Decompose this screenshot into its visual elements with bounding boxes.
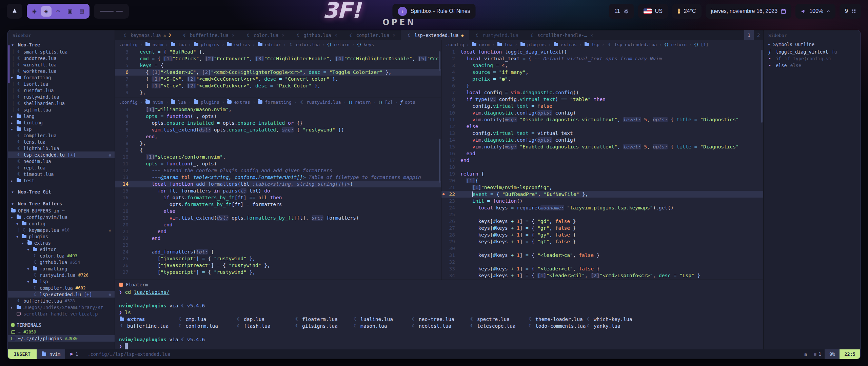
code-line[interactable]: 11 vim.notify(msg: "Disable diagnostics … [441,116,763,123]
code-line[interactable]: 7 end, [115,133,441,140]
tree-item[interactable]: ☾lightbulb.lua [8,145,115,151]
tree-item[interactable]: ☾rustywind.lua#726 [8,272,115,278]
code-line[interactable]: 7 local config = vim.diagnostic.config() [441,89,763,96]
code-line[interactable]: 22 end [115,235,441,242]
code-line[interactable]: 5 opts.ensure_installed = opts.ensure_in… [115,120,441,126]
code-line[interactable]: 6 } [441,82,763,89]
code-line[interactable]: 34 keys[#keys + 1] = { [1]"<leader>cil",… [441,272,763,279]
code-line[interactable]: 5 prefix = "●", [441,76,763,82]
tree-item[interactable]: ~#2859 [8,329,115,335]
updates-widget[interactable]: 11 [609,4,634,19]
workspace-1[interactable]: ◉ [29,6,40,17]
code-line[interactable]: 30 [441,245,763,252]
code-line[interactable]: 9 { [115,147,441,154]
code-line[interactable]: 27 ["typescript"] = { "rustywind" }, [115,269,441,276]
tree-item[interactable]: ▸Juegos/Indies/SteamLibrary/st [8,304,115,310]
code-line[interactable]: 3 [1]"williamboman/mason.nvim", [115,106,441,113]
sidebar-scrollbar[interactable] [8,45,9,83]
code-line[interactable]: 25 [441,211,763,218]
minimized-window-indicator[interactable] [94,4,129,19]
tree-item[interactable]: │☾isort.lua [8,81,115,87]
code-line[interactable]: 3 spacing = 4, [441,62,763,69]
workspace-5[interactable]: ▤ [77,6,87,17]
tree-item[interactable]: ▾lsp [8,278,115,285]
tree-item[interactable]: ▾.config/nvim/lua [8,214,115,220]
close-icon[interactable]: × [590,33,593,38]
code-line[interactable]: 17end [441,157,763,164]
tab-color-lua[interactable]: ☾color.lua× [240,30,290,40]
code-line[interactable]: 24 add_formatters(tbl: { [115,248,441,255]
code-line[interactable]: 9 }, [115,89,441,96]
volume-widget[interactable]: 100% [795,4,835,19]
code-line[interactable]: 12 --- Extend the conform plugin config … [115,167,441,174]
tree-item[interactable]: ▾formatting [8,265,115,272]
tree-item[interactable]: ☾repl.lua [8,164,115,171]
tree-item[interactable]: │☾rustfmt.lua [8,87,115,94]
file-entry[interactable]: ☾conform.lua [177,323,236,329]
file-entry[interactable]: ☾floaterm.lua [294,316,352,323]
editor-lsp-extended-lua[interactable]: .config›nvim›lua›plugins›extras›lsp›☾lsp… [441,40,763,280]
code-line[interactable]: 28 keys[#keys + 1] = { "gy", false } [441,231,763,238]
code-line[interactable]: 26 ["javascriptreact"] = { "rustywind" }… [115,262,441,269]
file-entry[interactable]: ☾yanky.lua [586,323,644,329]
code-line[interactable]: 19return { [441,170,763,177]
code-line[interactable]: 4 cmd = { [1]"CccPick", [2]"CccConvert",… [115,55,441,62]
code-line[interactable]: 6 vim.list_extend(dst: opts.ensure_insta… [115,126,441,133]
close-icon[interactable]: × [282,33,284,38]
code-line[interactable]: 27 keys[#keys + 1] = { "gr", false } [441,225,763,231]
code-line[interactable]: 18 [441,164,763,170]
code-line[interactable]: 29 keys[#keys + 1] = { "gI", false } [441,238,763,245]
workspace-4[interactable]: ▣ [65,6,75,17]
code-line[interactable]: 12 else [441,123,763,130]
code-line[interactable]: 2 local virtual_text = { -- Default virt… [441,55,763,62]
code-line[interactable]: 15 for ft, formatters in pairs(t: tbl) d… [115,187,441,194]
tree-item[interactable]: ▾lsp [8,126,115,132]
file-entry[interactable]: ☾bufferline.lua [119,323,177,329]
tabpage-1[interactable]: 1 [744,30,754,40]
tab-rustywind-lua[interactable]: ☾rustywind.lua [469,30,524,40]
code-line[interactable]: 8 if type(v: config.virtual_text) == "ta… [441,96,763,103]
file-entry[interactable]: ☾flash.lua [236,323,294,329]
tree-item[interactable]: ▾editor [8,246,115,252]
code-line[interactable]: 18 else [115,208,441,215]
tabpage-2[interactable]: 2 [754,30,763,40]
tree-item[interactable]: │☾rustywind.lua [8,94,115,100]
file-entry[interactable]: extras [119,316,177,323]
tree-item[interactable]: ▾extras [8,240,115,246]
tab-lsp-extended-lua[interactable]: ☾lsp-extended.lua● [401,30,469,40]
workspace-3[interactable]: ∞ [53,6,63,17]
tree-item[interactable]: ▸linting [8,119,115,126]
tree-item[interactable]: ☾color.lua#493 [8,252,115,259]
clock-widget[interactable]: jueves, noviembre 16, 2023 [706,4,792,19]
code-line[interactable]: 4 source = "if_many", [441,69,763,76]
code-line[interactable]: 31 keys[#keys + 1] = { "<leader>ca", fal… [441,252,763,259]
tree-item[interactable]: ☾compiler.lua#682 [8,285,115,291]
file-entry[interactable]: ☾neo-tree.lua [411,316,469,323]
file-entry[interactable]: ☾lualine.lua [352,316,411,323]
tree-item[interactable]: │☾smart-splits.lua [8,48,115,55]
tree-item[interactable]: ▸test [8,177,115,184]
code-line[interactable]: 19 vim.list_extend(dst: opts.formatters_… [115,215,441,221]
launcher-button[interactable] [7,4,22,19]
tab-keymaps-lua[interactable]: ☾keymaps.lua⚠ 3 [117,30,176,40]
file-entry[interactable]: ☾todo-comments.lua [527,323,586,329]
tab-bufferline-lua[interactable]: ☾bufferline.lua× [176,30,240,40]
section-header[interactable]: ▾Neo-Tree Git [8,188,115,196]
code-line[interactable]: 7 { [1]"<S-C>", [2]"<cmd>CccConvert<cr>"… [115,76,441,82]
tree-item[interactable]: ▾config [8,220,115,227]
tree-item[interactable]: ▸lang [8,113,115,119]
file-entry[interactable]: ☾mason.lua [352,323,411,329]
workspace-2[interactable]: ◈ [41,6,52,17]
file-entry[interactable]: ☾telescope.lua [469,323,527,329]
tab-compiler-lua[interactable]: ☾compiler.lua× [343,30,401,40]
tray-widget[interactable]: 9 [840,4,861,19]
code-line[interactable]: 21 [1]"neovim/nvim-lspconfig", [441,184,763,191]
code-line[interactable]: 23 [115,242,441,248]
file-entry[interactable]: ☾cmp.lua [177,316,236,323]
code-line[interactable]: 32 [441,259,763,265]
floaterm-panel[interactable]: Floaterm ❯ cd lua/plugins/nvim/lua/plugi… [115,280,763,349]
tree-item[interactable]: │☾worktree.lua [8,68,115,74]
code-line[interactable]: 6 { [1]"<leader>uC", [2]"<cmd>CccHighlig… [115,69,441,76]
code-line[interactable]: 23 init = function() [441,198,763,204]
tree-item[interactable]: │☾shellharden.lua [8,100,115,106]
